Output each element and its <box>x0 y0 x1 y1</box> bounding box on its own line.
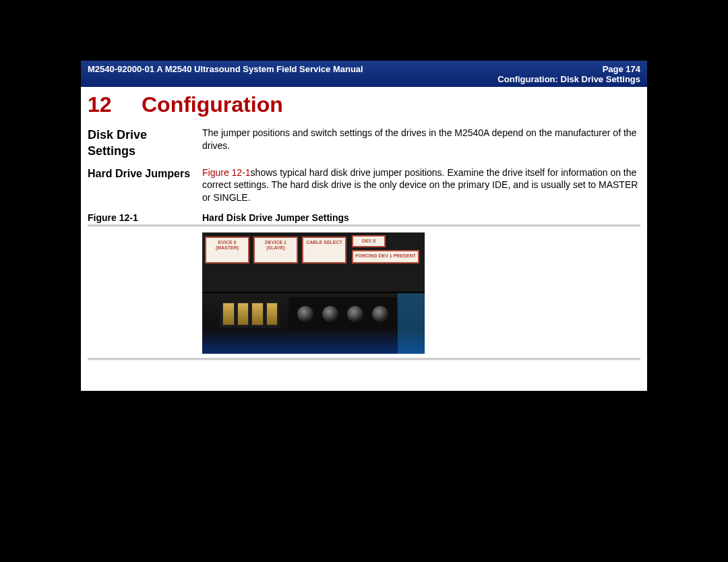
jumper-label-slave: DEVICE 1 (SLAVE) <box>253 237 298 263</box>
chapter-heading: 12 Configuration <box>81 87 647 124</box>
section-body: Figure 12-1shows typical hard disk drive… <box>202 166 640 205</box>
page-number: Page 174 <box>497 64 640 74</box>
power-pin <box>322 306 338 322</box>
figure-label: Figure 12-1 <box>88 212 202 223</box>
page-header-bar: M2540-92000-01 A M2540 Ultrasound System… <box>81 61 647 87</box>
power-pin <box>347 306 363 322</box>
doc-id: M2540-92000-01 A M2540 Ultrasound System… <box>88 64 363 74</box>
jumper-label-master: EVICE 0 (MASTER) <box>205 237 249 263</box>
section-disk-drive-settings: Disk Drive Settings The jumper positions… <box>81 124 647 164</box>
jumper-label-cable-select: CABLE SELECT <box>302 237 346 263</box>
figure-reference-link[interactable]: Figure 12-1 <box>202 167 251 178</box>
power-connector <box>289 297 396 331</box>
section-label: Disk Drive Settings <box>88 127 202 160</box>
figure-caption-row: Figure 12-1 Hard Disk Drive Jumper Setti… <box>81 208 647 224</box>
section-body-text: shows typical hard disk drive jumper pos… <box>202 167 638 204</box>
power-pin <box>297 306 313 322</box>
chapter-title: Configuration <box>142 92 283 117</box>
jumper-label-dev0: DEV 0 <box>352 235 386 247</box>
horizontal-rule <box>88 358 640 361</box>
jumper-pin <box>237 303 249 325</box>
jumper-pin <box>266 303 278 325</box>
jumper-pin <box>251 303 264 325</box>
figure-caption: Hard Disk Drive Jumper Settings <box>202 212 349 223</box>
background-glow <box>398 293 425 354</box>
manual-page: M2540-92000-01 A M2540 Ultrasound System… <box>81 61 647 391</box>
section-label: Hard Drive Jumpers <box>88 166 202 205</box>
jumper-label-forcing-dev1: FORCING DEV 1 PRESENT <box>352 250 419 263</box>
section-breadcrumb: Configuration: Disk Drive Settings <box>497 74 640 84</box>
section-body: The jumper positions and switch settings… <box>202 127 640 160</box>
figure-image-hard-disk-jumpers: EVICE 0 (MASTER) DEVICE 1 (SLAVE) CABLE … <box>202 232 425 354</box>
section-hard-drive-jumpers: Hard Drive Jumpers Figure 12-1shows typi… <box>81 164 647 209</box>
jumper-pins-block <box>220 300 280 328</box>
horizontal-rule <box>88 224 640 227</box>
chapter-number: 12 <box>88 92 142 117</box>
power-pin <box>372 306 388 322</box>
jumper-pin <box>222 303 235 325</box>
